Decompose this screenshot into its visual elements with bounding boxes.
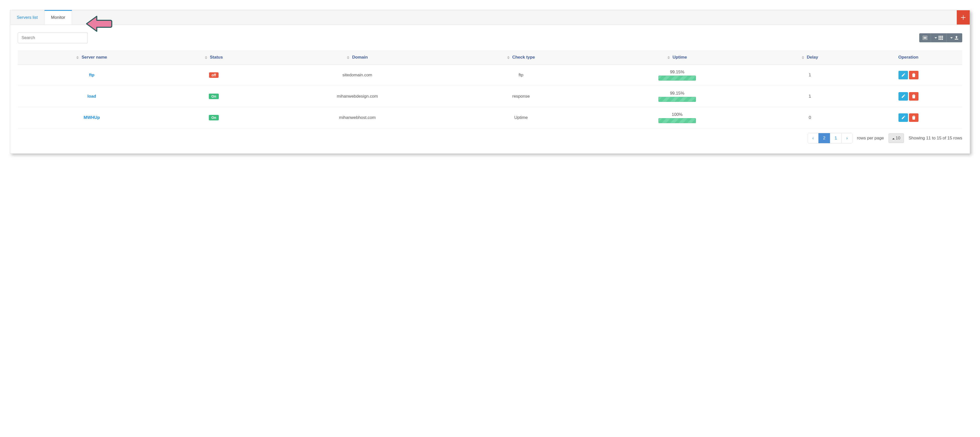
col-domain[interactable]: Domain (262, 50, 453, 65)
pagination: ‹ 21 › (808, 133, 853, 144)
col-delay[interactable]: Delay (765, 50, 854, 65)
page-button[interactable]: 2 (818, 133, 830, 143)
uptime-cell: 99.15% (589, 65, 765, 86)
uptime-cell: 99.15% (589, 86, 765, 107)
view-mode-button[interactable] (931, 33, 947, 42)
sort-icon (76, 56, 79, 59)
pagination-summary: Showing 11 to 15 of 15 rows (908, 136, 962, 141)
checktype-cell: ftp (453, 65, 589, 86)
grid-icon (939, 36, 943, 40)
domain-cell: mihanwebhost.com (262, 107, 453, 128)
uptime-bar (659, 76, 696, 81)
table-row: MWHUpOnmihanwebhost.comUptime100%0 (18, 107, 962, 128)
col-label: Domain (352, 55, 368, 59)
rows-per-page-label: rows per page (857, 136, 884, 141)
svg-rect-7 (939, 37, 940, 38)
svg-rect-11 (940, 39, 942, 40)
delete-button[interactable] (909, 92, 918, 100)
server-link[interactable]: MWHUp (84, 115, 100, 120)
plus-icon (961, 15, 966, 20)
status-badge: off (209, 72, 218, 78)
svg-rect-8 (940, 37, 942, 38)
svg-rect-9 (942, 37, 943, 38)
page-prev-button[interactable]: ‹ (808, 133, 819, 143)
tabs-bar: Servers list Monitor (10, 10, 970, 25)
edit-button[interactable] (899, 92, 908, 100)
uptime-bar (659, 97, 696, 102)
edit-button[interactable] (899, 113, 908, 122)
delay-cell: 0 (765, 107, 854, 128)
server-link[interactable]: load (87, 94, 96, 99)
tab-servers-list[interactable]: Servers list (10, 10, 45, 24)
checktype-cell: Uptime (453, 107, 589, 128)
delete-button[interactable] (909, 71, 918, 79)
rows-per-page-value: 10 (896, 136, 900, 140)
caret-down-icon (934, 37, 937, 38)
col-label: Server name (81, 55, 107, 59)
svg-rect-4 (939, 36, 940, 37)
col-uptime[interactable]: Uptime (589, 50, 765, 65)
table-footer: ‹ 21 › rows per page 10 Showing 11 to 15… (18, 133, 962, 144)
toolbar (18, 32, 962, 43)
page-next-button[interactable]: › (842, 133, 852, 143)
svg-rect-6 (942, 36, 943, 37)
monitor-table: Server name Status Domain Check type (18, 50, 962, 128)
delay-cell: 1 (765, 86, 854, 107)
svg-rect-12 (942, 39, 943, 40)
rows-per-page-dropdown[interactable]: 10 (888, 133, 904, 143)
edit-button[interactable] (899, 71, 908, 79)
domain-cell: sitedomain.com (262, 65, 453, 86)
sort-icon (802, 56, 804, 59)
table-header-row: Server name Status Domain Check type (18, 50, 962, 65)
tab-monitor[interactable]: Monitor (45, 10, 72, 24)
server-link[interactable]: ftp (89, 73, 94, 77)
table-row: ftpoffsitedomain.comftp99.15%1 (18, 65, 962, 86)
delay-cell: 1 (765, 65, 854, 86)
columns-toggle-button[interactable] (919, 33, 931, 42)
col-operation: Operation (854, 50, 962, 65)
list-icon (923, 36, 927, 40)
col-label: Status (210, 55, 223, 59)
uptime-value: 100% (592, 112, 763, 117)
uptime-bar (659, 118, 696, 123)
uptime-cell: 100% (589, 107, 765, 128)
domain-cell: mihanwebdesign.com (262, 86, 453, 107)
caret-up-icon (892, 138, 895, 139)
status-badge: On (209, 94, 218, 99)
view-controls (919, 33, 962, 42)
col-label: Operation (898, 55, 918, 59)
sort-icon (667, 56, 670, 59)
page-button[interactable]: 1 (830, 133, 842, 143)
col-check-type[interactable]: Check type (453, 50, 589, 65)
uptime-value: 99.15% (592, 70, 763, 75)
table-row: loadOnmihanwebdesign.comresponse99.15%1 (18, 86, 962, 107)
panel-content: Server name Status Domain Check type (10, 25, 970, 153)
caret-down-icon (950, 37, 953, 38)
monitor-panel: Servers list Monitor (10, 10, 970, 154)
export-icon (954, 36, 959, 40)
export-button[interactable] (947, 33, 962, 42)
sort-icon (347, 56, 349, 59)
col-server-name[interactable]: Server name (18, 50, 166, 65)
svg-rect-10 (939, 39, 940, 40)
col-label: Check type (512, 55, 535, 59)
col-label: Uptime (673, 55, 687, 59)
sort-icon (507, 56, 510, 59)
status-badge: On (209, 115, 218, 120)
add-button[interactable] (957, 10, 970, 24)
uptime-value: 99.15% (592, 91, 763, 96)
search-input[interactable] (18, 32, 88, 43)
svg-rect-5 (940, 36, 942, 37)
col-status[interactable]: Status (166, 50, 262, 65)
col-label: Delay (807, 55, 818, 59)
svg-rect-13 (955, 39, 958, 40)
delete-button[interactable] (909, 113, 918, 122)
checktype-cell: response (453, 86, 589, 107)
sort-icon (205, 56, 207, 59)
annotation-arrow-icon (85, 15, 113, 34)
